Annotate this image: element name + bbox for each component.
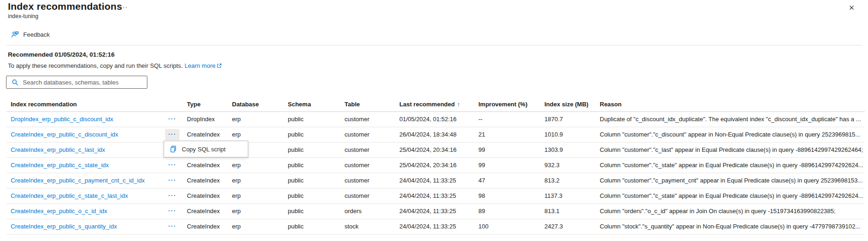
cell-reason: Column "customer"."c_payment_cnt" appear… [596,173,865,188]
copy-sql-script-label: Copy SQL script [182,146,225,153]
cell-schema: public [284,219,341,234]
cell-row-menu: ··· [161,157,183,173]
title-more-menu-button[interactable]: ··· [118,2,130,12]
table-row: CreateIndex_erp_public_s_quantity_idx ··… [7,219,865,234]
cell-last-recommended: 26/04/2024, 18:34:48 [396,127,475,142]
index-recommendation-link[interactable]: CreateIndex_erp_public_c_state_idx [11,162,109,169]
table-row: DropIndex_erp_public_c_discount_idx ··· … [7,111,865,127]
page-subtitle: index-tuning [8,13,38,20]
recommendations-grid: Index recommendation Type Database Schem… [7,97,865,234]
index-recommendation-link[interactable]: CreateIndex_erp_public_c_payment_cnt_c_i… [11,177,145,184]
cell-last-recommended: 25/04/2024, 20:34:16 [396,157,475,173]
table-row: CreateIndex_erp_public_c_last_idx ··· Cr… [7,142,865,157]
recommended-timestamp-heading: Recommended 01/05/2024, 01:52:16 [8,51,115,58]
index-recommendation-link[interactable]: CreateIndex_erp_public_s_quantity_idx [11,223,117,230]
column-header-improvement[interactable]: Improvement (%) [475,97,541,111]
cell-row-menu: ··· [161,127,183,142]
cell-database: erp [228,111,284,127]
copy-icon [170,145,177,153]
column-header-last-recommended[interactable]: Last recommended↑ [396,97,475,111]
row-context-menu: Copy SQL script [164,141,248,157]
search-input[interactable] [23,77,147,88]
index-recommendation-link[interactable]: CreateIndex_erp_public_c_last_idx [11,146,105,153]
cell-reason: Duplicate of "c_discount_idx_duplicate".… [596,111,865,127]
column-header-menu [161,97,183,111]
cell-index-recommendation: CreateIndex_erp_public_c_state_c_last_id… [7,188,161,203]
cell-database: erp [228,127,284,142]
cell-index-recommendation: CreateIndex_erp_public_s_quantity_idx [7,219,161,234]
column-header-index-recommendation[interactable]: Index recommendation [7,97,161,111]
cell-index-size: 2427.3 [541,219,596,234]
index-recommendation-link[interactable]: CreateIndex_erp_public_o_c_id_idx [11,208,107,215]
apply-instructions-text: To apply these recommendations, copy and… [8,62,183,69]
cell-schema: public [284,173,341,188]
row-menu-button[interactable]: ··· [165,114,180,125]
row-menu-button[interactable]: ··· [165,190,180,202]
search-icon [12,79,19,86]
cell-table: customer [341,142,396,157]
cell-database: erp [228,203,284,219]
cell-table: customer [341,157,396,173]
column-header-database[interactable]: Database [228,97,284,111]
index-recommendation-link[interactable]: CreateIndex_erp_public_c_discount_idx [11,131,118,138]
row-menu-button[interactable]: ··· [165,206,180,217]
cell-table: customer [341,127,396,142]
column-header-schema[interactable]: Schema [284,97,341,111]
copy-sql-script-menu-item[interactable]: Copy SQL script [164,141,248,157]
command-bar-divider [7,45,862,46]
learn-more-link[interactable]: Learn more [185,62,222,69]
cell-database: erp [228,188,284,203]
cell-schema: public [284,157,341,173]
index-recommendation-link[interactable]: CreateIndex_erp_public_c_state_c_last_id… [11,192,128,199]
cell-index-size: 932.3 [541,157,596,173]
cell-last-recommended: 01/05/2024, 01:52:16 [396,111,475,127]
cell-reason: Column "orders"."o_c_id" appear in Join … [596,203,865,219]
cell-type: CreateIndex [183,188,228,203]
learn-more-label: Learn more [185,62,215,69]
index-recommendation-link[interactable]: DropIndex_erp_public_c_discount_idx [11,116,113,123]
cell-index-recommendation: CreateIndex_erp_public_c_last_idx [7,142,161,157]
cell-database: erp [228,157,284,173]
cell-index-size: 813.1 [541,203,596,219]
cell-index-size: 1870.7 [541,111,596,127]
column-header-type[interactable]: Type [183,97,228,111]
column-header-index-size[interactable]: Index size (MB) [541,97,596,111]
cell-reason: Column "stock"."s_quantity" appear in No… [596,219,865,234]
cell-row-menu: ··· [161,173,183,188]
cell-table: customer [341,188,396,203]
cell-reason: Column "customer"."c_state" appear in Eq… [596,188,865,203]
apply-instructions: To apply these recommendations, copy and… [8,62,222,69]
cell-schema: public [284,127,341,142]
cell-last-recommended: 24/04/2024, 11:33:25 [396,188,475,203]
cell-improvement: 99 [475,142,541,157]
cell-index-recommendation: CreateIndex_erp_public_c_payment_cnt_c_i… [7,173,161,188]
cell-improvement: 100 [475,219,541,234]
table-row: CreateIndex_erp_public_c_state_c_last_id… [7,188,865,203]
cell-table: stock [341,219,396,234]
row-menu-button[interactable]: ··· [165,175,180,186]
cell-type: CreateIndex [183,127,228,142]
cell-row-menu: ··· [161,188,183,203]
cell-index-size: 1137.3 [541,188,596,203]
cell-reason: Column "customer"."c_discount" appear in… [596,127,865,142]
cell-improvement: 47 [475,173,541,188]
row-menu-button[interactable]: ··· [165,221,180,232]
cell-improvement: 99 [475,157,541,173]
cell-schema: public [284,188,341,203]
column-header-table[interactable]: Table [341,97,396,111]
cell-last-recommended: 24/04/2024, 11:33:25 [396,173,475,188]
cell-index-recommendation: CreateIndex_erp_public_c_discount_idx [7,127,161,142]
row-menu-button[interactable]: ··· [165,160,180,171]
cell-schema: public [284,142,341,157]
cell-type: CreateIndex [183,157,228,173]
sort-ascending-icon: ↑ [457,101,460,108]
cell-index-recommendation: DropIndex_erp_public_c_discount_idx [7,111,161,127]
close-icon[interactable]: ✕ [846,3,857,13]
feedback-button[interactable]: Feedback [7,29,54,40]
grid-header-row: Index recommendation Type Database Schem… [7,97,865,111]
cell-index-recommendation: CreateIndex_erp_public_c_state_idx [7,157,161,173]
table-row: CreateIndex_erp_public_c_state_idx ··· C… [7,157,865,173]
row-menu-button[interactable]: ··· [165,129,180,140]
cell-row-menu: ··· [161,219,183,234]
column-header-reason[interactable]: Reason [596,97,865,111]
